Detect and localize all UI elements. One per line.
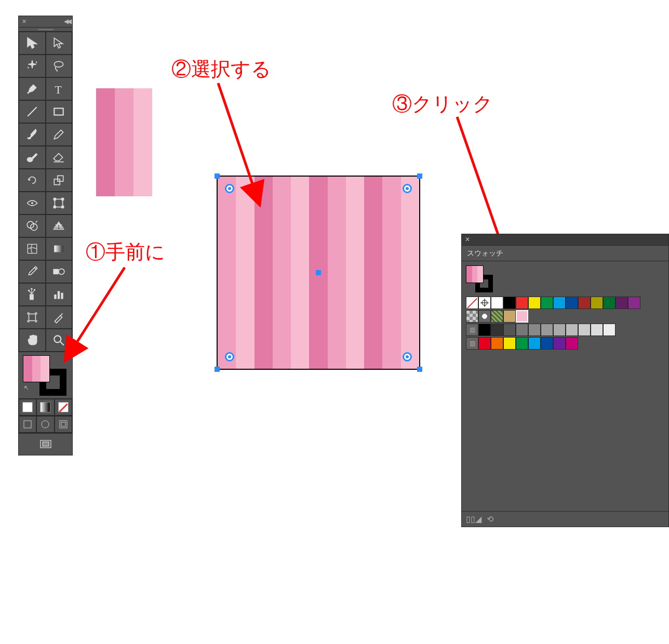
fill-color-box[interactable]: [466, 265, 484, 283]
eraser-tool[interactable]: [46, 146, 73, 169]
eyedropper-tool[interactable]: [19, 260, 46, 283]
rectangle-tool[interactable]: [46, 100, 73, 123]
swatch-color[interactable]: [603, 297, 616, 309]
swatch-color[interactable]: [578, 297, 591, 309]
swatch-kinds-icon[interactable]: ⟲: [487, 514, 493, 524]
free-transform-tool[interactable]: [46, 192, 73, 214]
blob-brush-tool[interactable]: [19, 146, 46, 169]
swatch-color[interactable]: [553, 297, 566, 309]
swatch-folder-icon[interactable]: ▥: [466, 324, 478, 336]
selected-rectangle[interactable]: [217, 176, 420, 370]
column-graph-tool[interactable]: [46, 283, 73, 306]
panel-header[interactable]: ✕: [462, 234, 668, 246]
swatch-color[interactable]: [478, 337, 491, 350]
swatch-color[interactable]: [528, 337, 541, 350]
swatch-color[interactable]: [603, 324, 616, 336]
swatch-pattern[interactable]: [466, 310, 478, 323]
magic-wand-tool[interactable]: [19, 55, 46, 77]
fill-stroke-indicator[interactable]: [19, 352, 72, 398]
lasso-tool[interactable]: [46, 55, 73, 77]
selection-handle[interactable]: [417, 173, 422, 179]
paintbrush-tool[interactable]: [19, 123, 46, 146]
swatch-pattern[interactable]: [491, 310, 503, 323]
swatch-color[interactable]: [516, 324, 528, 336]
zoom-tool[interactable]: [46, 329, 73, 352]
anchor-point[interactable]: [225, 184, 234, 193]
anchor-point[interactable]: [225, 352, 234, 361]
pencil-tool[interactable]: [46, 123, 73, 146]
swatch-color[interactable]: [491, 324, 503, 336]
collapse-icon[interactable]: ◀◀: [64, 18, 70, 25]
swatch-color[interactable]: [541, 297, 553, 309]
selection-tool[interactable]: [19, 32, 46, 55]
swap-fill-stroke-icon[interactable]: [24, 385, 31, 393]
symbol-sprayer-tool[interactable]: [19, 283, 46, 306]
gradient-tool[interactable]: [46, 237, 73, 260]
artboard-tool[interactable]: [19, 306, 46, 329]
line-tool[interactable]: [19, 100, 46, 123]
swatch-color[interactable]: [541, 324, 553, 336]
hand-tool[interactable]: [19, 329, 46, 352]
swatch-color[interactable]: [491, 337, 503, 350]
panel-drag-handle[interactable]: [19, 28, 72, 32]
direct-selection-tool[interactable]: [46, 32, 73, 55]
swatch-color[interactable]: [541, 337, 553, 350]
swatch-color[interactable]: [503, 337, 516, 350]
color-mode-gradient[interactable]: [36, 399, 54, 415]
close-icon[interactable]: ✕: [465, 236, 470, 243]
swatch-fill-stroke-indicator[interactable]: [466, 265, 493, 292]
swatch-color[interactable]: [553, 324, 566, 336]
swatches-tab[interactable]: スウォッチ: [462, 246, 668, 261]
swatch-color[interactable]: [591, 297, 603, 309]
draw-inside[interactable]: [55, 416, 72, 433]
color-mode-solid[interactable]: [19, 399, 36, 415]
selection-handle[interactable]: [417, 367, 422, 372]
swatch-color[interactable]: [566, 324, 578, 336]
shape-builder-tool[interactable]: [19, 214, 46, 237]
selection-center[interactable]: [316, 270, 321, 275]
perspective-grid-tool[interactable]: [46, 214, 73, 237]
selection-handle[interactable]: [215, 173, 220, 179]
swatch-color[interactable]: [578, 324, 591, 336]
fill-color-box[interactable]: [23, 355, 50, 382]
anchor-point[interactable]: [403, 184, 412, 193]
swatch-color[interactable]: [616, 297, 628, 309]
swatch-color[interactable]: [591, 324, 603, 336]
panel-header[interactable]: ✕ ◀◀: [19, 16, 72, 28]
pen-tool[interactable]: [19, 77, 46, 100]
swatch-pattern-selected[interactable]: [516, 310, 528, 323]
swatch-color[interactable]: [566, 337, 578, 350]
swatch-none[interactable]: [466, 297, 478, 309]
swatch-white[interactable]: [491, 297, 503, 309]
width-tool[interactable]: [19, 192, 46, 214]
close-icon[interactable]: ✕: [22, 18, 28, 24]
swatch-color[interactable]: [503, 324, 516, 336]
blend-tool[interactable]: [46, 260, 73, 283]
swatch-folder-icon[interactable]: ▥: [466, 337, 478, 350]
swatch-color[interactable]: [528, 324, 541, 336]
screen-mode-button[interactable]: [19, 433, 72, 455]
draw-normal[interactable]: [19, 416, 36, 433]
swatch-pattern[interactable]: [503, 310, 516, 323]
swatch-color[interactable]: [478, 324, 491, 336]
mesh-tool[interactable]: [19, 237, 46, 260]
color-mode-none[interactable]: [55, 399, 72, 415]
slice-tool[interactable]: [46, 306, 73, 329]
swatch-color[interactable]: [516, 297, 528, 309]
draw-behind[interactable]: [36, 416, 54, 433]
swatch-color[interactable]: [566, 297, 578, 309]
anchor-point[interactable]: [403, 352, 412, 361]
swatch-black[interactable]: [503, 297, 516, 309]
swatch-color[interactable]: [528, 297, 541, 309]
svg-text:T: T: [55, 84, 62, 96]
rotate-tool[interactable]: [19, 169, 46, 192]
type-tool[interactable]: T: [46, 77, 73, 100]
swatch-pattern[interactable]: [478, 310, 491, 323]
selection-handle[interactable]: [215, 367, 220, 372]
swatch-registration[interactable]: [478, 297, 491, 309]
swatch-color[interactable]: [628, 297, 640, 309]
scale-tool[interactable]: [46, 169, 73, 192]
swatch-color[interactable]: [553, 337, 566, 350]
swatch-libraries-icon[interactable]: ▯▯◢: [466, 514, 481, 524]
swatch-color[interactable]: [516, 337, 528, 350]
